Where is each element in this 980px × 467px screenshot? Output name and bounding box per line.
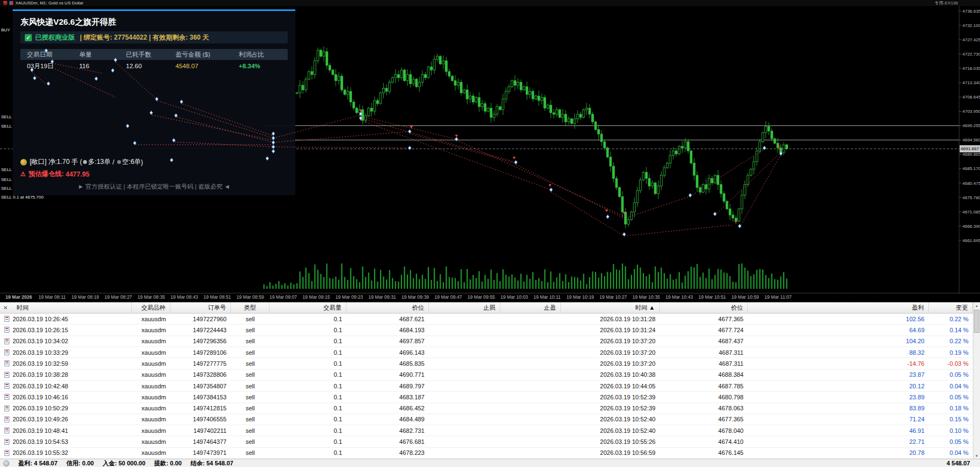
column-header-1[interactable]: 时间 (0, 303, 132, 313)
cell: sell (231, 327, 269, 333)
cell: 0.1 (269, 427, 346, 434)
cell: 4676.145 (660, 449, 748, 456)
svg-text:4727.425: 4727.425 (962, 37, 980, 42)
cell: 2026.03.19 10:37:20 (561, 338, 660, 344)
cell: 1497473971 (170, 449, 231, 456)
cell: 0.10 % (929, 427, 973, 434)
svg-text:4708.645: 4708.645 (962, 95, 980, 100)
table-row[interactable]: 2026.03.19 10:42:48xauusdm1497354807sell… (0, 381, 973, 392)
cell: xauusdm (132, 405, 170, 411)
table-row[interactable]: 2026.03.19 10:38:28xauusdm1497328806sell… (0, 370, 973, 381)
column-header-9[interactable]: 时间 ▲ (561, 303, 660, 313)
cell: 1497289106 (170, 349, 231, 356)
coin-icon (20, 159, 27, 166)
cell: 1497227960 (170, 316, 231, 322)
column-header-11[interactable]: 盈利 (748, 303, 929, 313)
cell: 1497412815 (170, 405, 231, 411)
cell: sell (231, 438, 269, 445)
ea-panel-spacer (13, 72, 295, 157)
cell: 4687.621 (346, 316, 429, 322)
svg-text:19 Mar 10:11: 19 Mar 10:11 (533, 294, 561, 300)
cell: xauusdm (132, 316, 170, 322)
table-row[interactable]: 2026.03.19 10:49:26xauusdm1497406555sell… (0, 414, 973, 425)
column-header-2[interactable]: 交易品种 (132, 303, 170, 313)
table-body: 2026.03.19 10:26:45xauusdm1497227960sell… (0, 314, 973, 459)
exposure-short: 空:6单 (122, 157, 141, 167)
app-icon (3, 1, 7, 5)
status-item: 信用: 0.00 (67, 459, 94, 467)
order-icon (4, 405, 9, 411)
short-dot-icon (117, 160, 121, 164)
cell: sell (231, 405, 269, 411)
liquidation-value: 4477.95 (64, 171, 90, 178)
status-item: 结余: 54 548.07 (190, 459, 233, 467)
ea-stats-row: 03月19日11612.604548.07+8.34% (20, 60, 288, 72)
ea-auth-bar: ✓ 已授权商业版 | 绑定账号: 277544022 | 有效期剩余: 360 … (20, 31, 288, 43)
svg-text:4685.170: 4685.170 (962, 166, 980, 171)
cell: 2026.03.19 10:55:26 (561, 438, 660, 445)
cell: sell (231, 316, 269, 322)
ea-panel-footer: ► 官方授权认证 | 本程序已锁定唯一账号码 | 盗版必究 ◄ (20, 183, 288, 191)
cell: 4677.365 (660, 416, 748, 422)
column-header-6[interactable]: 价位 (346, 303, 429, 313)
chart-area: 4736.6354732.1004727.4254722.7304718.035… (0, 6, 980, 302)
table-row[interactable]: 2026.03.19 10:46:16xauusdm1497384153sell… (0, 392, 973, 403)
table-row[interactable]: 2026.03.19 10:55:32xauusdm1497473971sell… (0, 448, 973, 459)
column-header-8[interactable]: 止盈 (500, 303, 561, 313)
cell: 1497224443 (170, 327, 231, 333)
svg-text:4680.475: 4680.475 (962, 181, 980, 186)
ea-stat-header-4: 盈亏金额 ($) (175, 49, 239, 60)
column-header-10[interactable]: 价位 (660, 303, 748, 313)
window-titlebar: XAUUSDm, M1: Gold vs US Dollar 专用-EX136 (0, 0, 980, 6)
table-row[interactable]: 2026.03.19 10:54:53xauusdm1497464377sell… (0, 436, 973, 447)
svg-text:4671.085: 4671.085 (962, 210, 980, 215)
cell: 0.04 % (929, 449, 973, 456)
cell: 0.1 (269, 316, 346, 322)
auth-details: | 绑定账号: 277544022 | 有效期剩余: 360 天 (78, 33, 209, 42)
cell: 1497354807 (170, 383, 231, 389)
cell: 4685.835 (346, 360, 429, 367)
svg-text:19 Mar 08:35: 19 Mar 08:35 (137, 294, 165, 300)
svg-text:19 Mar 09:07: 19 Mar 09:07 (269, 294, 297, 300)
order-icon (4, 383, 9, 389)
cell: 4689.797 (346, 383, 429, 389)
cell: 2026.03.19 10:32:59 (0, 360, 132, 367)
svg-text:4699.255: 4699.255 (962, 123, 980, 128)
cell: 2026.03.19 10:52:40 (561, 427, 660, 434)
table-row[interactable]: 2026.03.19 10:33:29xauusdm1497289106sell… (0, 347, 973, 358)
scroll-up-button[interactable]: ▲ (973, 303, 980, 309)
ea-stats-header: 交易日期单量已耗手数盈亏金额 ($)利润占比 (20, 49, 288, 60)
cell: 2026.03.19 10:31:28 (561, 316, 660, 322)
column-header-4[interactable]: 类型 (231, 303, 269, 313)
table-row[interactable]: 2026.03.19 10:26:15xauusdm1497224443sell… (0, 325, 973, 336)
scrollbar-thumb[interactable] (974, 310, 979, 333)
svg-text:19 Mar 10:51: 19 Mar 10:51 (698, 294, 726, 300)
cell: 0.15 % (929, 416, 973, 422)
column-header-5[interactable]: 交易量 (269, 303, 346, 313)
svg-text:19 Mar 08:59: 19 Mar 08:59 (236, 294, 264, 300)
table-row[interactable]: 2026.03.19 10:34:02xauusdm1497296356sell… (0, 336, 973, 347)
close-panel-button[interactable]: ✕ (2, 304, 9, 312)
svg-text:19 Mar 08:43: 19 Mar 08:43 (170, 294, 198, 300)
table-row[interactable]: 2026.03.19 10:50:29xauusdm1497412815sell… (0, 403, 973, 414)
column-header-3[interactable]: 订单号 (170, 303, 231, 313)
order-icon (4, 372, 9, 378)
window-title: XAUUSDm, M1: Gold vs US Dollar (15, 1, 84, 6)
cell: 23.89 (748, 394, 929, 400)
status-total: 4 548.07 (946, 460, 970, 466)
status-item: 盈利: 4 548.07 (18, 459, 58, 467)
table-row[interactable]: 2026.03.19 10:32:59xauusdm1497277775sell… (0, 358, 973, 369)
column-header-7[interactable]: 止损 (429, 303, 500, 313)
vertical-scrollbar[interactable]: ▲ ▼ (973, 303, 980, 459)
cell: xauusdm (132, 438, 170, 445)
table-row[interactable]: 2026.03.19 10:48:41xauusdm1497402211sell… (0, 425, 973, 436)
svg-text:19 Mar 09:23: 19 Mar 09:23 (335, 294, 363, 300)
table-row[interactable]: 2026.03.19 10:26:45xauusdm1497227960sell… (0, 314, 973, 325)
cell: 2026.03.19 10:40:38 (561, 371, 660, 378)
cell: 88.32 (748, 349, 929, 356)
cell: sell (231, 394, 269, 400)
column-header-12[interactable]: 变更 (929, 303, 973, 313)
cell: 2026.03.19 10:52:39 (561, 394, 660, 400)
svg-text:19 Mar 08:51: 19 Mar 08:51 (203, 294, 231, 300)
cell: 4687.311 (660, 360, 748, 367)
